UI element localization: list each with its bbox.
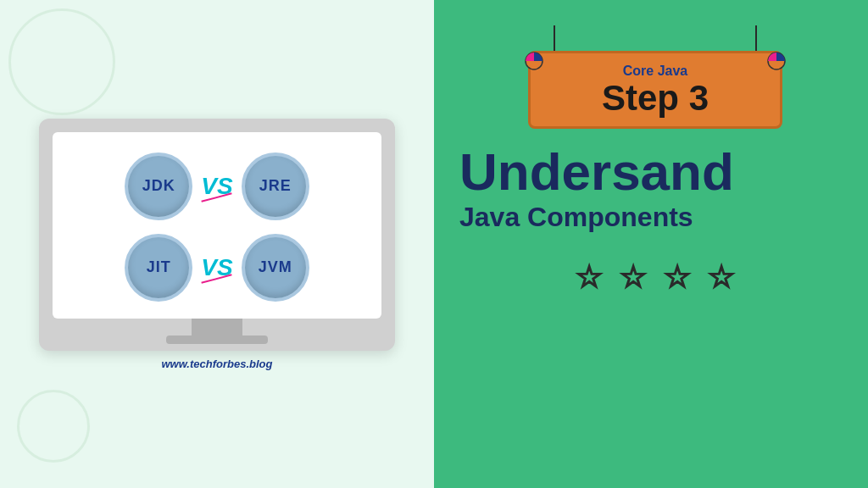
- string-left: [554, 25, 555, 51]
- sign-body: Core Java Step 3: [528, 51, 782, 129]
- website-url: www.techforbes.blog: [162, 358, 273, 370]
- main-heading: Undersand: [459, 146, 851, 198]
- vs-label-2: VS: [201, 254, 232, 281]
- row-1: JDK VS JRE: [125, 152, 309, 220]
- monitor-screen: JDK VS JRE JIT VS JVM: [53, 132, 381, 319]
- left-panel: JDK VS JRE JIT VS JVM www.techforbe: [0, 0, 434, 488]
- sign-step: Step 3: [556, 80, 754, 116]
- vs-label-1: VS: [201, 173, 232, 200]
- jre-badge: JRE: [242, 152, 309, 220]
- sign-category: Core Java: [556, 64, 754, 79]
- right-panel: Core Java Step 3 Undersand Java Componen…: [434, 0, 868, 488]
- monitor-stand: [192, 319, 242, 336]
- row-2: JIT VS JVM: [125, 234, 309, 302]
- monitor: JDK VS JRE JIT VS JVM: [39, 119, 395, 351]
- star-3: ☆: [664, 262, 691, 292]
- string-right: [755, 25, 757, 51]
- jit-badge: JIT: [125, 234, 192, 302]
- stars-row: ☆ ☆ ☆ ☆: [576, 262, 735, 292]
- pie-icon-right: [766, 51, 787, 71]
- jvm-badge: JVM: [242, 234, 309, 302]
- sign-board: Core Java Step 3: [528, 25, 782, 129]
- star-2: ☆: [620, 262, 647, 292]
- pie-icon-left: [524, 51, 544, 71]
- star-4: ☆: [708, 262, 735, 292]
- star-1: ☆: [576, 262, 603, 292]
- jdk-badge: JDK: [125, 152, 192, 220]
- sub-heading: Java Components: [459, 202, 851, 233]
- monitor-base: [166, 336, 268, 344]
